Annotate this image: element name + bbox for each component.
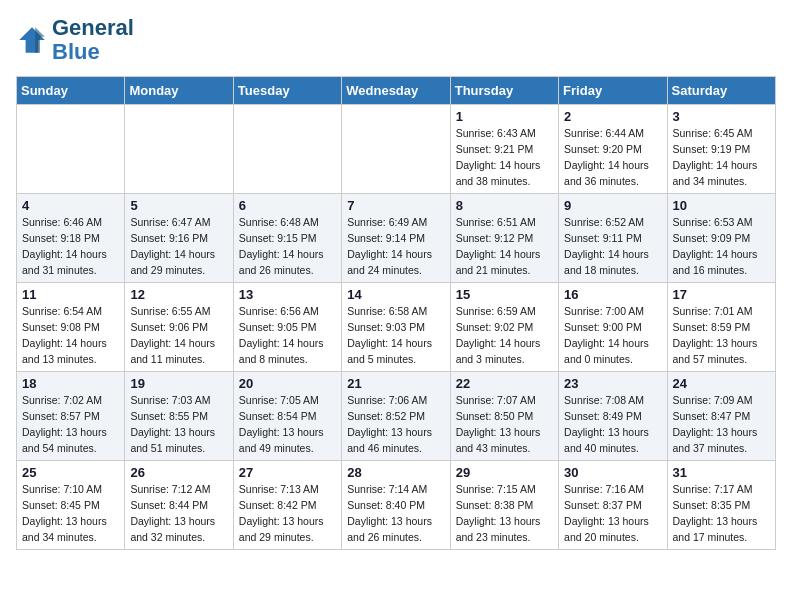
- weekday-header-sunday: Sunday: [17, 77, 125, 105]
- day-number: 19: [130, 376, 227, 391]
- day-number: 15: [456, 287, 553, 302]
- day-info: Sunrise: 7:00 AMSunset: 9:00 PMDaylight:…: [564, 304, 661, 367]
- calendar-week-row: 11Sunrise: 6:54 AMSunset: 9:08 PMDayligh…: [17, 283, 776, 372]
- calendar-cell: 5Sunrise: 6:47 AMSunset: 9:16 PMDaylight…: [125, 194, 233, 283]
- day-info: Sunrise: 7:09 AMSunset: 8:47 PMDaylight:…: [673, 393, 770, 456]
- calendar-cell: 28Sunrise: 7:14 AMSunset: 8:40 PMDayligh…: [342, 461, 450, 550]
- day-info: Sunrise: 6:51 AMSunset: 9:12 PMDaylight:…: [456, 215, 553, 278]
- day-info: Sunrise: 7:05 AMSunset: 8:54 PMDaylight:…: [239, 393, 336, 456]
- calendar-cell: 6Sunrise: 6:48 AMSunset: 9:15 PMDaylight…: [233, 194, 341, 283]
- calendar-week-row: 4Sunrise: 6:46 AMSunset: 9:18 PMDaylight…: [17, 194, 776, 283]
- day-info: Sunrise: 7:13 AMSunset: 8:42 PMDaylight:…: [239, 482, 336, 545]
- day-number: 27: [239, 465, 336, 480]
- day-number: 11: [22, 287, 119, 302]
- page-header: GeneralBlue: [16, 16, 776, 64]
- calendar-cell: [233, 105, 341, 194]
- day-info: Sunrise: 7:15 AMSunset: 8:38 PMDaylight:…: [456, 482, 553, 545]
- day-number: 24: [673, 376, 770, 391]
- calendar-cell: 10Sunrise: 6:53 AMSunset: 9:09 PMDayligh…: [667, 194, 775, 283]
- calendar-cell: 23Sunrise: 7:08 AMSunset: 8:49 PMDayligh…: [559, 372, 667, 461]
- calendar-cell: 31Sunrise: 7:17 AMSunset: 8:35 PMDayligh…: [667, 461, 775, 550]
- day-number: 3: [673, 109, 770, 124]
- calendar-cell: 11Sunrise: 6:54 AMSunset: 9:08 PMDayligh…: [17, 283, 125, 372]
- day-number: 8: [456, 198, 553, 213]
- day-info: Sunrise: 7:12 AMSunset: 8:44 PMDaylight:…: [130, 482, 227, 545]
- day-info: Sunrise: 6:52 AMSunset: 9:11 PMDaylight:…: [564, 215, 661, 278]
- day-number: 28: [347, 465, 444, 480]
- day-info: Sunrise: 6:47 AMSunset: 9:16 PMDaylight:…: [130, 215, 227, 278]
- weekday-header-thursday: Thursday: [450, 77, 558, 105]
- day-number: 5: [130, 198, 227, 213]
- day-info: Sunrise: 7:10 AMSunset: 8:45 PMDaylight:…: [22, 482, 119, 545]
- day-number: 22: [456, 376, 553, 391]
- calendar-cell: 30Sunrise: 7:16 AMSunset: 8:37 PMDayligh…: [559, 461, 667, 550]
- logo-icon: [16, 24, 48, 56]
- calendar-cell: 3Sunrise: 6:45 AMSunset: 9:19 PMDaylight…: [667, 105, 775, 194]
- day-info: Sunrise: 7:06 AMSunset: 8:52 PMDaylight:…: [347, 393, 444, 456]
- day-info: Sunrise: 7:03 AMSunset: 8:55 PMDaylight:…: [130, 393, 227, 456]
- calendar-cell: 9Sunrise: 6:52 AMSunset: 9:11 PMDaylight…: [559, 194, 667, 283]
- day-info: Sunrise: 6:55 AMSunset: 9:06 PMDaylight:…: [130, 304, 227, 367]
- day-number: 20: [239, 376, 336, 391]
- calendar-cell: 27Sunrise: 7:13 AMSunset: 8:42 PMDayligh…: [233, 461, 341, 550]
- day-number: 30: [564, 465, 661, 480]
- day-info: Sunrise: 7:14 AMSunset: 8:40 PMDaylight:…: [347, 482, 444, 545]
- day-number: 21: [347, 376, 444, 391]
- calendar-cell: 19Sunrise: 7:03 AMSunset: 8:55 PMDayligh…: [125, 372, 233, 461]
- calendar-table: SundayMondayTuesdayWednesdayThursdayFrid…: [16, 76, 776, 550]
- day-number: 25: [22, 465, 119, 480]
- day-number: 16: [564, 287, 661, 302]
- calendar-cell: 17Sunrise: 7:01 AMSunset: 8:59 PMDayligh…: [667, 283, 775, 372]
- calendar-cell: [342, 105, 450, 194]
- weekday-header-friday: Friday: [559, 77, 667, 105]
- day-number: 31: [673, 465, 770, 480]
- day-number: 14: [347, 287, 444, 302]
- logo-text: GeneralBlue: [52, 16, 134, 64]
- day-number: 26: [130, 465, 227, 480]
- calendar-cell: 18Sunrise: 7:02 AMSunset: 8:57 PMDayligh…: [17, 372, 125, 461]
- calendar-cell: 20Sunrise: 7:05 AMSunset: 8:54 PMDayligh…: [233, 372, 341, 461]
- calendar-cell: 24Sunrise: 7:09 AMSunset: 8:47 PMDayligh…: [667, 372, 775, 461]
- calendar-cell: 13Sunrise: 6:56 AMSunset: 9:05 PMDayligh…: [233, 283, 341, 372]
- calendar-header-row: SundayMondayTuesdayWednesdayThursdayFrid…: [17, 77, 776, 105]
- day-number: 7: [347, 198, 444, 213]
- day-info: Sunrise: 7:02 AMSunset: 8:57 PMDaylight:…: [22, 393, 119, 456]
- calendar-cell: 22Sunrise: 7:07 AMSunset: 8:50 PMDayligh…: [450, 372, 558, 461]
- calendar-cell: 16Sunrise: 7:00 AMSunset: 9:00 PMDayligh…: [559, 283, 667, 372]
- calendar-cell: 29Sunrise: 7:15 AMSunset: 8:38 PMDayligh…: [450, 461, 558, 550]
- day-number: 1: [456, 109, 553, 124]
- day-info: Sunrise: 6:43 AMSunset: 9:21 PMDaylight:…: [456, 126, 553, 189]
- day-number: 10: [673, 198, 770, 213]
- calendar-cell: 4Sunrise: 6:46 AMSunset: 9:18 PMDaylight…: [17, 194, 125, 283]
- calendar-cell: 2Sunrise: 6:44 AMSunset: 9:20 PMDaylight…: [559, 105, 667, 194]
- calendar-week-row: 25Sunrise: 7:10 AMSunset: 8:45 PMDayligh…: [17, 461, 776, 550]
- day-info: Sunrise: 6:58 AMSunset: 9:03 PMDaylight:…: [347, 304, 444, 367]
- day-info: Sunrise: 6:59 AMSunset: 9:02 PMDaylight:…: [456, 304, 553, 367]
- day-number: 18: [22, 376, 119, 391]
- weekday-header-tuesday: Tuesday: [233, 77, 341, 105]
- logo: GeneralBlue: [16, 16, 134, 64]
- calendar-week-row: 1Sunrise: 6:43 AMSunset: 9:21 PMDaylight…: [17, 105, 776, 194]
- day-info: Sunrise: 7:01 AMSunset: 8:59 PMDaylight:…: [673, 304, 770, 367]
- day-info: Sunrise: 6:44 AMSunset: 9:20 PMDaylight:…: [564, 126, 661, 189]
- calendar-cell: 25Sunrise: 7:10 AMSunset: 8:45 PMDayligh…: [17, 461, 125, 550]
- day-number: 17: [673, 287, 770, 302]
- calendar-cell: 21Sunrise: 7:06 AMSunset: 8:52 PMDayligh…: [342, 372, 450, 461]
- day-info: Sunrise: 7:07 AMSunset: 8:50 PMDaylight:…: [456, 393, 553, 456]
- day-info: Sunrise: 6:53 AMSunset: 9:09 PMDaylight:…: [673, 215, 770, 278]
- calendar-week-row: 18Sunrise: 7:02 AMSunset: 8:57 PMDayligh…: [17, 372, 776, 461]
- day-info: Sunrise: 6:54 AMSunset: 9:08 PMDaylight:…: [22, 304, 119, 367]
- day-number: 23: [564, 376, 661, 391]
- weekday-header-saturday: Saturday: [667, 77, 775, 105]
- calendar-cell: 26Sunrise: 7:12 AMSunset: 8:44 PMDayligh…: [125, 461, 233, 550]
- calendar-cell: 1Sunrise: 6:43 AMSunset: 9:21 PMDaylight…: [450, 105, 558, 194]
- calendar-cell: 12Sunrise: 6:55 AMSunset: 9:06 PMDayligh…: [125, 283, 233, 372]
- day-info: Sunrise: 6:48 AMSunset: 9:15 PMDaylight:…: [239, 215, 336, 278]
- day-number: 29: [456, 465, 553, 480]
- calendar-cell: 8Sunrise: 6:51 AMSunset: 9:12 PMDaylight…: [450, 194, 558, 283]
- calendar-cell: 7Sunrise: 6:49 AMSunset: 9:14 PMDaylight…: [342, 194, 450, 283]
- weekday-header-wednesday: Wednesday: [342, 77, 450, 105]
- day-info: Sunrise: 6:56 AMSunset: 9:05 PMDaylight:…: [239, 304, 336, 367]
- day-info: Sunrise: 7:16 AMSunset: 8:37 PMDaylight:…: [564, 482, 661, 545]
- day-info: Sunrise: 7:08 AMSunset: 8:49 PMDaylight:…: [564, 393, 661, 456]
